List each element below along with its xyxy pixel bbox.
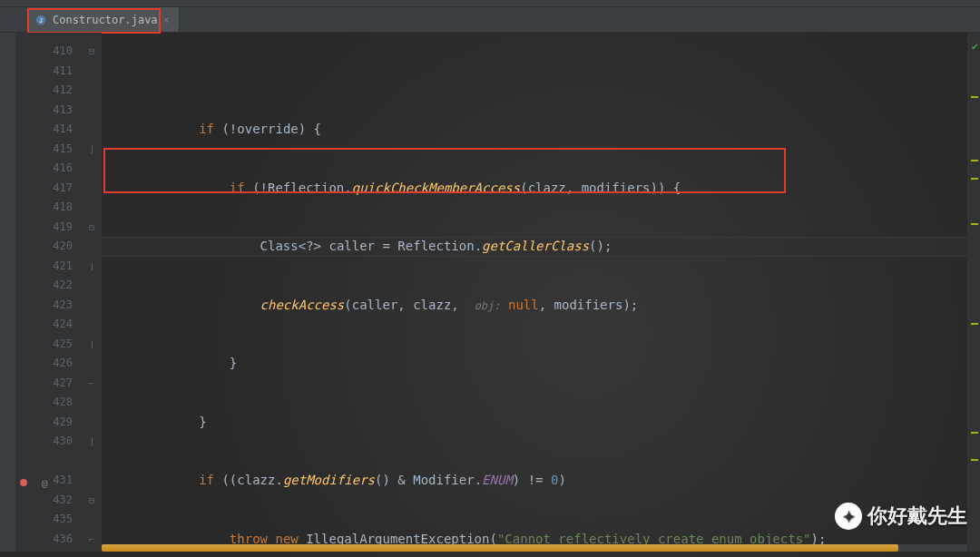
line-number: 417 bbox=[27, 179, 82, 199]
horizontal-scrollbar[interactable] bbox=[102, 544, 967, 552]
java-file-icon: J bbox=[34, 14, 47, 26]
line-number: 421 bbox=[27, 257, 82, 277]
line-number: 420 bbox=[27, 237, 82, 257]
svg-text:J: J bbox=[39, 16, 43, 23]
line-number: 410 bbox=[27, 42, 82, 62]
line-number: 426 bbox=[27, 354, 82, 374]
horizontal-scrollbar-thumb[interactable] bbox=[102, 544, 898, 552]
line-number: 414 bbox=[27, 120, 82, 140]
line-number: 411 bbox=[27, 62, 82, 82]
line-number-gutter: 4104114124134144154164174184194204214224… bbox=[27, 33, 82, 552]
line-number: 416 bbox=[27, 159, 82, 179]
inspection-ok-icon: ✔ bbox=[972, 40, 978, 53]
tab-close-icon[interactable]: × bbox=[163, 14, 170, 26]
line-number: 425 bbox=[27, 335, 82, 355]
tab-filename: Constructor.java bbox=[53, 14, 158, 26]
line-number: 428 bbox=[27, 393, 82, 413]
line-number: 413 bbox=[27, 101, 82, 121]
line-number: 431 bbox=[27, 471, 82, 491]
line-number: 436 bbox=[27, 530, 82, 550]
editor-tabbar: J Constructor.java × bbox=[0, 7, 980, 33]
breakpoint-marker[interactable] bbox=[20, 479, 27, 486]
top-toolbar bbox=[0, 0, 980, 7]
breakpoint-strip[interactable]: @ bbox=[16, 33, 27, 552]
line-number: 424 bbox=[27, 315, 82, 335]
line-number: 429 bbox=[27, 413, 82, 433]
activity-bar[interactable] bbox=[0, 33, 16, 552]
line-number: 419 bbox=[27, 218, 82, 238]
override-gutter-icon[interactable]: @ bbox=[42, 477, 54, 490]
line-number: 423 bbox=[27, 296, 82, 316]
line-number: 435 bbox=[27, 510, 82, 530]
line-number: 412 bbox=[27, 81, 82, 101]
line-number: 432 bbox=[27, 491, 82, 511]
code-area[interactable]: if (!override) { if (!Reflection.quickCh… bbox=[102, 33, 967, 552]
scroll-marker-strip[interactable]: ✔ bbox=[967, 33, 980, 552]
editor: @ 41041141241341441541641741841942042142… bbox=[0, 33, 980, 552]
line-number bbox=[27, 452, 82, 472]
line-number: 430 bbox=[27, 432, 82, 452]
fold-strip[interactable]: ⊟⌋ ⊟⌋ ⌋ ⌐⌋ ⊟⌐ bbox=[82, 33, 102, 552]
line-number: 418 bbox=[27, 198, 82, 218]
line-number: 415 bbox=[27, 140, 82, 160]
line-number: 427 bbox=[27, 374, 82, 394]
tab-constructor-java[interactable]: J Constructor.java × bbox=[27, 7, 180, 32]
line-number: 422 bbox=[27, 276, 82, 296]
